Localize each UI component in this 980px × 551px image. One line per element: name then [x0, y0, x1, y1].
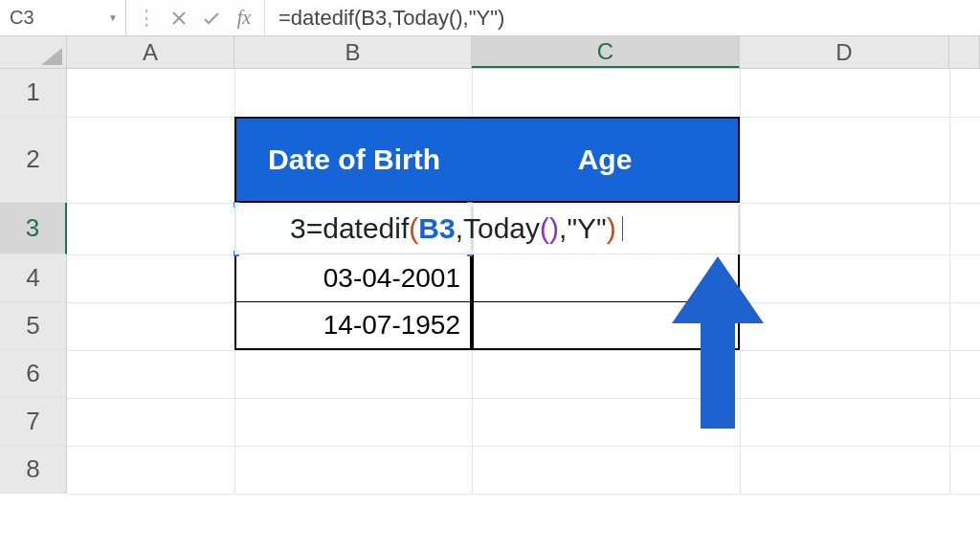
formula-input[interactable]: =datedif(B3,Today(),"Y"): [265, 0, 980, 35]
column-header-D[interactable]: D: [740, 36, 949, 68]
tok-paren-open2: (: [540, 212, 549, 245]
tok-paren-close: ): [607, 212, 616, 245]
tok-comma: ,: [456, 212, 463, 245]
select-all-corner[interactable]: [0, 36, 67, 68]
tok-fn2: Today: [463, 212, 540, 245]
formula-text: =datedif(B3,Today(),"Y"): [278, 6, 504, 31]
table-header-dob[interactable]: Date of Birth: [234, 117, 472, 203]
row-label: 5: [26, 311, 39, 341]
tok-paren-open: (: [409, 212, 418, 245]
tok-ref: B3: [418, 212, 455, 245]
tok-comma2: ,: [559, 212, 567, 245]
column-header-B[interactable]: B: [234, 36, 472, 68]
row-header-5[interactable]: 5: [0, 302, 67, 350]
table-header-age[interactable]: Age: [472, 117, 740, 203]
tok-paren-close2: ): [549, 212, 559, 245]
name-box-dropdown-icon[interactable]: ▼: [108, 12, 118, 23]
cell-value: 14-07-1952: [323, 310, 460, 341]
row-label: 3: [26, 213, 39, 243]
cell-B4[interactable]: 03-04-2001: [234, 254, 472, 302]
row-header-7[interactable]: 7: [0, 398, 67, 446]
cells-area[interactable]: Date of Birth Age 03-04-2001 14-07-1952: [67, 69, 980, 494]
enter-icon[interactable]: [195, 0, 228, 35]
column-header-E[interactable]: [949, 36, 980, 68]
in-cell-editor[interactable]: 3=datedif(B3,Today(),"Y"): [234, 203, 740, 254]
row-label: 2: [26, 144, 39, 174]
row-header-1[interactable]: 1: [0, 69, 67, 117]
col-label: A: [143, 39, 158, 66]
row-header-3[interactable]: 3: [0, 203, 67, 254]
expand-formula-bar-icon[interactable]: ⋮: [130, 0, 163, 35]
header-text: Age: [578, 143, 633, 176]
cancel-icon[interactable]: [163, 0, 195, 35]
cell-C5[interactable]: [472, 302, 740, 350]
tok-string: "Y": [567, 212, 606, 245]
row-label: 1: [26, 77, 39, 107]
text-cursor-icon: [622, 216, 623, 241]
spreadsheet-grid: A B C D 1 2 3 4 5 6 7 8: [0, 36, 980, 551]
column-headers: A B C D: [0, 36, 980, 69]
fx-label: fx: [237, 7, 251, 29]
spill-prefix: 3: [290, 212, 306, 245]
row-label: 8: [26, 454, 39, 484]
row-label: 6: [26, 359, 39, 388]
tok-eq: =: [306, 212, 323, 245]
row-label: 7: [26, 407, 39, 436]
name-box-value: C3: [10, 7, 34, 29]
tok-fn: datedif: [323, 212, 409, 245]
column-header-C[interactable]: C: [472, 36, 740, 68]
column-header-A[interactable]: A: [67, 36, 234, 68]
name-box[interactable]: C3 ▼: [0, 0, 126, 35]
col-label: B: [345, 39, 360, 66]
cell-B5[interactable]: 14-07-1952: [234, 302, 472, 350]
header-text: Date of Birth: [268, 143, 440, 176]
formula-bar-buttons: ⋮ fx: [126, 0, 265, 35]
row-header-8[interactable]: 8: [0, 446, 67, 494]
formula-bar: C3 ▼ ⋮ fx =datedif(B3,Today(),"Y"): [0, 0, 980, 36]
cell-value: 03-04-2001: [323, 263, 460, 294]
row-headers: 1 2 3 4 5 6 7 8: [0, 69, 67, 494]
row-header-6[interactable]: 6: [0, 350, 67, 398]
row-label: 4: [26, 263, 39, 293]
col-label: D: [835, 39, 852, 66]
cell-C4[interactable]: [472, 254, 740, 302]
insert-function-icon[interactable]: fx: [228, 0, 260, 35]
row-header-4[interactable]: 4: [0, 254, 67, 302]
row-header-2[interactable]: 2: [0, 117, 67, 203]
col-label: C: [597, 38, 613, 65]
